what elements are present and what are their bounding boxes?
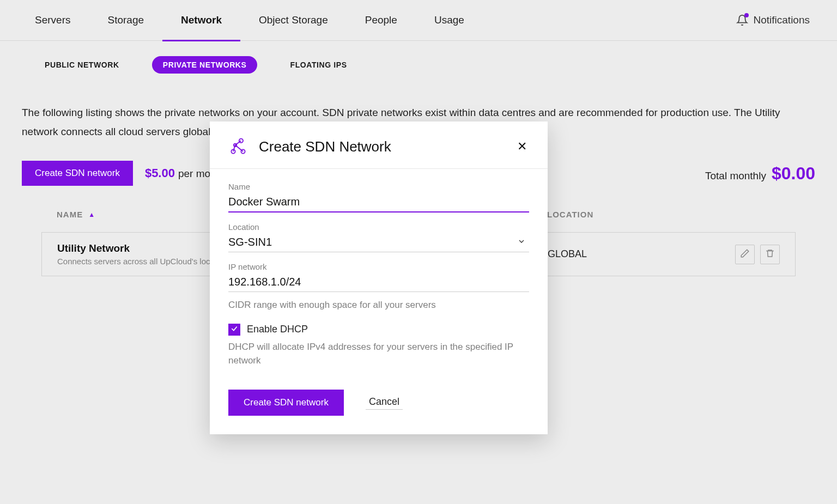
dhcp-checkbox[interactable]	[228, 324, 240, 336]
create-sdn-network-button[interactable]: Create SDN network	[22, 161, 133, 186]
tab-floating-ips[interactable]: FLOATING IPS	[279, 56, 357, 74]
sort-asc-icon: ▲	[88, 211, 95, 218]
row-location-cell: GLOBAL	[548, 248, 735, 260]
svg-line-5	[235, 145, 243, 151]
dhcp-checkbox-row: Enable DHCP	[228, 324, 529, 336]
network-icon	[228, 137, 248, 156]
column-location[interactable]: LOCATION	[547, 210, 780, 219]
name-label: Name	[228, 182, 529, 191]
nav-people[interactable]: People	[347, 0, 416, 41]
field-ip-network: IP network CIDR range with enough space …	[228, 262, 529, 312]
modal-cancel-button[interactable]: Cancel	[366, 395, 403, 410]
check-icon	[231, 325, 238, 335]
tab-private-networks[interactable]: PRIVATE NETWORKS	[152, 56, 258, 74]
dhcp-hint: DHCP will allocate IPv4 addresses for yo…	[228, 340, 529, 368]
tab-public-network[interactable]: PUBLIC NETWORK	[34, 56, 130, 74]
ip-label: IP network	[228, 262, 529, 271]
total-label: Total monthly	[705, 170, 766, 182]
location-select[interactable]	[228, 234, 529, 252]
modal-header: Create SDN Network ✕	[210, 122, 548, 169]
modal-submit-button[interactable]: Create SDN network	[228, 390, 344, 416]
column-name-label: NAME	[57, 210, 83, 219]
nav-object-storage[interactable]: Object Storage	[240, 0, 347, 41]
pencil-icon	[740, 248, 750, 260]
location-select-wrap	[228, 234, 529, 252]
nav-network[interactable]: Network	[162, 0, 240, 41]
nav-usage[interactable]: Usage	[416, 0, 483, 41]
field-name: Name	[228, 182, 529, 212]
ip-hint: CIDR range with enough space for all you…	[228, 299, 529, 312]
notifications-label: Notifications	[754, 14, 810, 26]
top-nav: Servers Storage Network Object Storage P…	[0, 0, 837, 41]
delete-button[interactable]	[760, 245, 780, 264]
notification-dot-icon	[744, 13, 749, 17]
nav-storage[interactable]: Storage	[89, 0, 162, 41]
price-value: $5.00	[145, 166, 175, 180]
sub-tabs: PUBLIC NETWORK PRIVATE NETWORKS FLOATING…	[0, 41, 837, 93]
total-monthly: Total monthly $0.00	[705, 163, 815, 184]
location-label: Location	[228, 222, 529, 232]
total-amount: $0.00	[772, 163, 815, 184]
create-sdn-network-modal: Create SDN Network ✕ Name Location IP ne…	[210, 122, 548, 434]
ip-network-input[interactable]	[228, 274, 529, 292]
row-actions	[735, 245, 780, 264]
field-location: Location	[228, 222, 529, 252]
nav-servers[interactable]: Servers	[16, 0, 89, 41]
close-icon: ✕	[517, 139, 527, 153]
modal-close-button[interactable]: ✕	[515, 137, 529, 156]
modal-body: Name Location IP network CIDR range with…	[210, 169, 548, 434]
name-input[interactable]	[228, 193, 529, 212]
trash-icon	[765, 248, 775, 260]
notifications-button[interactable]: Notifications	[736, 14, 821, 26]
edit-button[interactable]	[735, 245, 755, 264]
dhcp-label: Enable DHCP	[247, 324, 308, 335]
bell-icon	[736, 14, 748, 26]
modal-title: Create SDN Network	[259, 138, 515, 155]
modal-actions: Create SDN network Cancel	[228, 390, 529, 416]
